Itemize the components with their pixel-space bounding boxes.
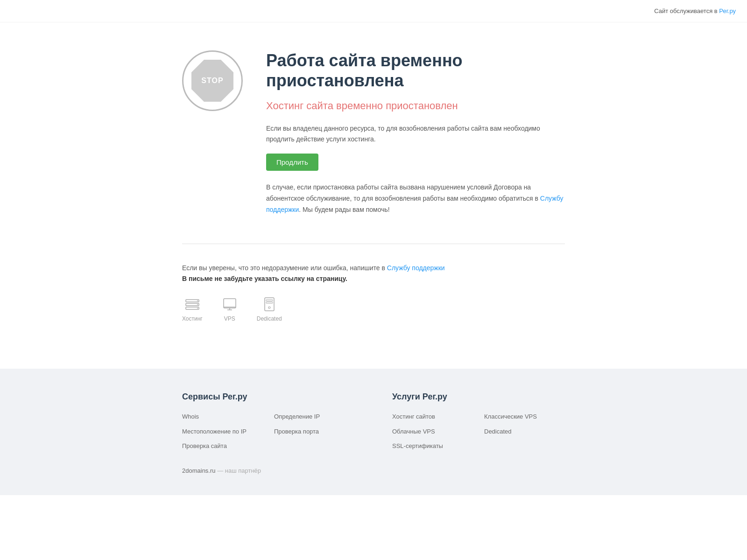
hosting-icon xyxy=(184,296,201,313)
support-link-2[interactable]: Службу поддержки xyxy=(387,264,445,272)
warning-text: В случае, если приостановка работы сайта… xyxy=(266,182,565,215)
regru-link[interactable]: Рег.ру xyxy=(719,7,736,14)
dedicated-icon xyxy=(261,296,278,313)
info-bold-text: В письме не забудьте указать ссылку на с… xyxy=(182,275,347,282)
svg-rect-6 xyxy=(224,299,236,308)
stop-icon: STOP xyxy=(191,60,233,102)
footer-link-cloud-vps[interactable]: Облачные VPS xyxy=(392,426,473,437)
footer-link-whois[interactable]: Whois xyxy=(182,411,263,422)
svg-rect-0 xyxy=(186,300,199,302)
subtitle: Хостинг сайта временно приостановлен xyxy=(266,100,565,112)
header-text: Сайт обслуживается в Рег.ру xyxy=(654,7,736,14)
footer-col1-links: Whois Определение IP Местоположение по I… xyxy=(182,411,355,451)
description: Если вы владелец данного ресурса, то для… xyxy=(266,123,565,144)
footer-col1-title: Сервисы Рег.ру xyxy=(182,392,355,402)
service-vps: VPS xyxy=(221,296,238,322)
main-title: Работа сайта временно приостановлена xyxy=(266,50,565,91)
svg-point-3 xyxy=(197,301,198,301)
svg-rect-12 xyxy=(266,302,273,303)
footer-link-check-site[interactable]: Проверка сайта xyxy=(182,441,263,451)
vps-label: VPS xyxy=(224,315,235,322)
footer-link-dedicated[interactable]: Dedicated xyxy=(484,426,565,437)
main-content: STOP Работа сайта временно приостановлен… xyxy=(163,22,584,350)
svg-rect-11 xyxy=(266,300,273,301)
vps-icon xyxy=(221,296,238,313)
footer-inner: Сервисы Рег.ру Whois Определение IP Мест… xyxy=(163,392,584,451)
svg-point-4 xyxy=(197,304,198,305)
footer-bottom: 2domains.ru — наш партнёр xyxy=(163,465,584,476)
warning-text-2: . Мы будем рады вам помочь! xyxy=(299,206,389,213)
warning-text-1: В случае, если приостановка работы сайта… xyxy=(266,183,540,202)
footer: Сервисы Рег.ру Whois Определение IP Мест… xyxy=(0,369,747,495)
stop-text: STOP xyxy=(201,77,223,85)
service-dedicated: Dedicated xyxy=(257,296,282,322)
footer-link-location-ip[interactable]: Местоположение по IP xyxy=(182,426,263,437)
partner-suffix: — наш партнёр xyxy=(216,467,261,474)
service-icons: Хостинг VPS Dedica xyxy=(182,296,565,322)
info-text-before: Если вы уверены, что это недоразумение и… xyxy=(182,264,387,272)
info-text: Если вы уверены, что это недоразумение и… xyxy=(182,263,565,285)
svg-point-13 xyxy=(268,307,270,308)
partner-text: 2domains.ru — наш партнёр xyxy=(182,467,261,474)
footer-col2-links: Хостинг сайтов Классические VPS Облачные… xyxy=(392,411,565,451)
hero-section: STOP Работа сайта временно приостановлен… xyxy=(182,50,565,216)
stop-sign: STOP xyxy=(182,50,243,111)
svg-rect-1 xyxy=(186,303,199,306)
hosting-label: Хостинг xyxy=(182,315,203,322)
footer-col-products: Услуги Рег.ру Хостинг сайтов Классически… xyxy=(392,392,565,451)
service-hosting: Хостинг xyxy=(182,296,203,322)
header-label: Сайт обслуживается в xyxy=(654,7,719,14)
footer-link-classic-vps[interactable]: Классические VPS xyxy=(484,411,565,422)
info-section: Если вы уверены, что это недоразумение и… xyxy=(182,244,565,322)
svg-point-5 xyxy=(197,308,198,309)
dedicated-label: Dedicated xyxy=(257,315,282,322)
header: Сайт обслуживается в Рег.ру xyxy=(0,0,747,22)
footer-col2-title: Услуги Рег.ру xyxy=(392,392,565,402)
footer-link-define-ip[interactable]: Определение IP xyxy=(274,411,355,422)
footer-link-ssl[interactable]: SSL-сертификаты xyxy=(392,441,473,451)
footer-link-check-port[interactable]: Проверка порта xyxy=(274,426,355,437)
renew-button[interactable]: Продлить xyxy=(266,154,318,171)
svg-rect-2 xyxy=(186,307,199,309)
footer-col-services: Сервисы Рег.ру Whois Определение IP Мест… xyxy=(182,392,355,451)
partner-link[interactable]: 2domains.ru xyxy=(182,467,216,474)
footer-link-hosting[interactable]: Хостинг сайтов xyxy=(392,411,473,422)
hero-content: Работа сайта временно приостановлена Хос… xyxy=(266,50,565,216)
